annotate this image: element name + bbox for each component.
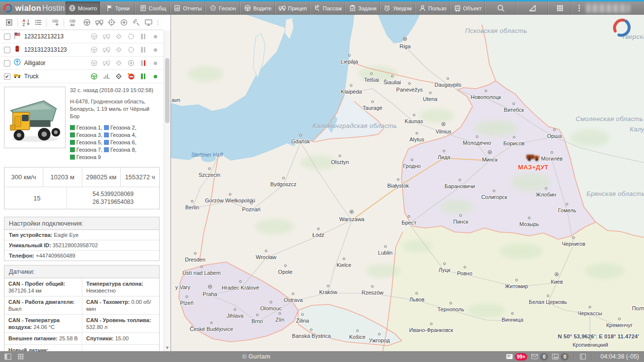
- toolbar-list-all-icon[interactable]: All: [67, 16, 78, 28]
- state-dot[interactable]: [149, 48, 162, 52]
- city-dot: [282, 177, 284, 179]
- brand-logo[interactable]: wialon Hosting: [0, 1, 65, 15]
- nav-tab-geofences[interactable]: Геозон: [205, 1, 240, 15]
- state-diamond-icon[interactable]: [112, 33, 125, 40]
- nav-tab-reports[interactable]: Отчеты: [170, 1, 205, 15]
- statusbar-item-messages[interactable]: 0: [531, 353, 548, 361]
- user-name-blurred[interactable]: [586, 4, 630, 13]
- measure-button[interactable]: [516, 1, 548, 15]
- column-target-icon[interactable]: [105, 18, 118, 27]
- us-flag-icon: [13, 32, 21, 41]
- column-trailer-icon[interactable]: [93, 18, 105, 27]
- unit-checkbox[interactable]: [4, 60, 10, 66]
- toolbar-select-all-icon[interactable]: [3, 16, 15, 28]
- nav-tab-passengers[interactable]: Пассаж: [310, 1, 345, 15]
- map-city-label: Пинск: [453, 219, 468, 225]
- map[interactable]: RigaLiepājaTelšiaiŠiauliaiKlaipėdaPanevė…: [171, 15, 644, 351]
- monitoring-sidebar: AZAll⋮ 1232132132131231312313123Alligato…: [0, 15, 171, 351]
- unit-row-truck[interactable]: ✔Truck: [0, 70, 164, 83]
- state-dashed-circle-icon[interactable]: [125, 46, 137, 54]
- state-dot[interactable]: [149, 35, 162, 38]
- logout-button[interactable]: [634, 3, 644, 13]
- map-city-label: Białystok: [387, 183, 409, 189]
- toolbar-list-icon[interactable]: [32, 16, 44, 28]
- scrollbar-thumb[interactable]: [165, 58, 169, 123]
- city-dot: [372, 285, 374, 288]
- nav-tab-units[interactable]: Объект: [450, 1, 485, 15]
- statusbar-item-log[interactable]: [579, 353, 587, 361]
- geozone-item: Геозона 6,: [104, 139, 136, 145]
- column-steering-icon[interactable]: [81, 18, 93, 27]
- column-arrow-circle-icon[interactable]: [118, 18, 130, 27]
- state-steering-icon[interactable]: [88, 46, 100, 54]
- nav-tab-users[interactable]: Пользо: [415, 1, 450, 15]
- blue-arrow-icon: [13, 58, 21, 68]
- geozone-color-square: [70, 132, 75, 137]
- state-no-entry-icon[interactable]: [125, 72, 137, 80]
- state-diamond-icon[interactable]: [112, 46, 125, 54]
- map-city-label: Hradec Králové: [222, 285, 259, 291]
- unit-checkbox[interactable]: [4, 47, 10, 53]
- state-steering-icon[interactable]: [88, 59, 100, 67]
- map-city-label: Gorzów Wielkopolski: [205, 197, 255, 203]
- statusbar-grid-icon[interactable]: [17, 353, 25, 361]
- sidebar-scrollbar[interactable]: ▼: [164, 31, 170, 351]
- state-steering-icon[interactable]: [88, 72, 100, 80]
- statusbar-item-media[interactable]: 0: [551, 353, 569, 361]
- map-city-label: Alytus: [409, 136, 424, 142]
- state-diamond-icon[interactable]: [112, 59, 125, 67]
- state-antenna-icon[interactable]: [100, 72, 112, 80]
- state-diamond-icon[interactable]: [112, 72, 125, 80]
- column-monitor-icon[interactable]: [142, 18, 155, 27]
- map-region-label: Псковская область: [465, 27, 527, 34]
- nav-tab-trailers[interactable]: Прицеп: [275, 1, 310, 15]
- column-options-icon[interactable]: ⋮: [155, 19, 161, 26]
- city-dot: [284, 264, 286, 267]
- state-arrow-circle-icon[interactable]: [125, 59, 137, 67]
- statusbar-panel-icon[interactable]: [4, 353, 12, 361]
- unit-row-alligator[interactable]: Alligator: [0, 57, 164, 70]
- state-trailer-icon[interactable]: [100, 33, 112, 40]
- unit-checkbox[interactable]: ✔: [4, 73, 10, 80]
- geozone-color-square: [104, 140, 109, 145]
- nav-tab-tracks[interactable]: Треки: [100, 1, 135, 15]
- more-button[interactable]: [572, 1, 586, 15]
- dump-truck-image: [6, 90, 64, 145]
- geozone-color-square: [104, 147, 109, 152]
- apps-button[interactable]: [548, 1, 572, 15]
- state-connection-bars[interactable]: [137, 33, 149, 39]
- state-dot[interactable]: [149, 75, 162, 78]
- state-dashed-circle-icon[interactable]: [125, 33, 137, 40]
- arrow-circle-icon: [127, 59, 135, 67]
- state-trailer-icon[interactable]: [100, 46, 112, 54]
- state-steering-icon[interactable]: [88, 33, 100, 40]
- search-button[interactable]: [485, 1, 516, 15]
- unit-stats: 300 км/ч 10203 м 298025 км 1553272 ч 15 …: [4, 167, 160, 209]
- state-connection-bars[interactable]: [137, 73, 149, 79]
- state-dot[interactable]: [149, 62, 162, 65]
- state-connection-bars[interactable]: [137, 47, 149, 53]
- geozone-item: Геозона 5,: [70, 139, 104, 145]
- column-satellite-icon[interactable]: [130, 18, 142, 27]
- dot-icon: [154, 35, 157, 38]
- nav-tab-drivers[interactable]: Водите: [240, 1, 275, 15]
- nav-tab-jobs[interactable]: Задани: [345, 1, 380, 15]
- state-connection-bars[interactable]: [137, 60, 149, 66]
- unit-row-unit-2[interactable]: 1231312313123: [0, 43, 164, 57]
- nav-tab-monitoring[interactable]: Монито: [65, 1, 100, 15]
- state-trailer-icon[interactable]: [100, 59, 112, 67]
- toolbar-sort-az-icon[interactable]: AZ: [20, 16, 32, 28]
- toolbar-list-add-icon[interactable]: [49, 16, 61, 28]
- unit-marker[interactable]: МАЗ+ДУТ: [518, 153, 548, 171]
- unit-checkbox[interactable]: [4, 33, 10, 40]
- nav-tab-messages[interactable]: Сообщ: [135, 1, 170, 15]
- map-city-label: Киев: [551, 279, 563, 285]
- statusbar-item-notices[interactable]: 99+: [506, 353, 528, 361]
- map-city-label: Новополоцк: [471, 94, 501, 100]
- map-watermark-logo: [611, 18, 631, 37]
- unit-row-unit-1[interactable]: 123213213213: [0, 30, 164, 43]
- nav-tab-notifications[interactable]: Уведом: [380, 1, 415, 15]
- sensor-cell: Новый датчик: Неизвестно: [4, 345, 82, 351]
- scrollbar-down-arrow[interactable]: ▼: [164, 345, 170, 350]
- diamond-icon: [115, 59, 123, 67]
